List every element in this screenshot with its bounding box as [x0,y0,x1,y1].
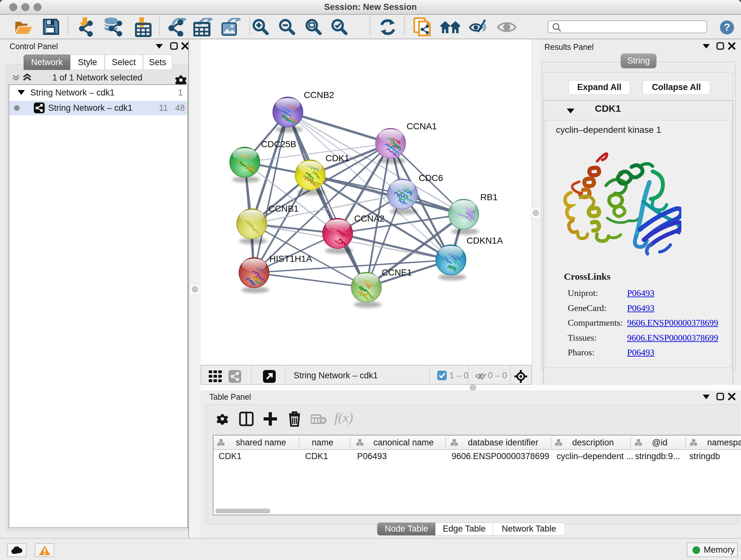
svg-text:RB1: RB1 [480,192,497,202]
svg-text:CDKN1A: CDKN1A [467,236,503,246]
svg-text:CCNB2: CCNB2 [304,90,334,100]
svg-text:CDC25B: CDC25B [261,139,296,149]
svg-text:CCNA1: CCNA1 [407,121,437,131]
svg-text:CCNE1: CCNE1 [382,267,412,277]
svg-text:CDC6: CDC6 [419,173,443,183]
svg-text:HIST1H1A: HIST1H1A [269,254,312,264]
svg-text:?: ? [724,21,730,33]
svg-text:CCNB1: CCNB1 [268,204,299,213]
svg-text:CCNA2: CCNA2 [354,213,385,224]
svg-text:CDK1: CDK1 [326,153,349,163]
